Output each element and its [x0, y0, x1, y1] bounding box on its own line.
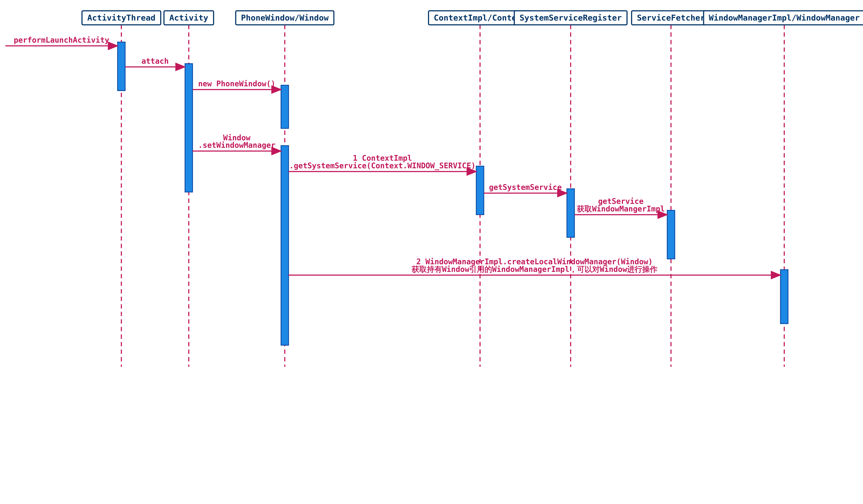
- participant-label-p1: ActivityThread: [87, 13, 155, 23]
- message-label-m5: 1 ContextImpl.getSystemService(Context.W…: [289, 154, 476, 170]
- message-label-m3: new PhoneWindow(): [198, 79, 275, 88]
- activation-p1-0: [117, 42, 125, 91]
- sequence-diagram: ActivityThreadActivityPhoneWindow/Window…: [0, 0, 863, 372]
- message-label-m1: performLaunchActivity: [14, 36, 109, 45]
- message-label-m8: 2 WindowManagerImpl.createLocalWindowMan…: [412, 257, 658, 274]
- message-label-m7: getService获取WindowMangerImpl: [577, 197, 665, 213]
- activation-p3-3: [281, 146, 289, 345]
- participant-label-p5: SystemServiceRegister: [520, 13, 622, 23]
- activation-p6-6: [667, 211, 675, 259]
- participant-label-p6: ServiceFetcher: [637, 13, 705, 23]
- participant-label-p3: PhoneWindow/Window: [241, 13, 329, 23]
- participant-label-p7: WindowManagerImpl/WindowManager: [709, 13, 860, 23]
- activation-p7-7: [780, 270, 788, 324]
- participant-label-p2: Activity: [169, 13, 208, 23]
- activation-p5-5: [567, 189, 574, 237]
- participant-label-p4: ContextImpl/Context: [434, 13, 526, 23]
- activation-p2-1: [185, 64, 192, 192]
- activation-p3-2: [281, 85, 289, 128]
- message-label-m2: attach: [141, 56, 168, 65]
- message-label-m6: getSystemService: [489, 183, 562, 192]
- activation-p4-4: [476, 166, 484, 215]
- message-label-m4: Window.setWindowManager: [198, 133, 275, 150]
